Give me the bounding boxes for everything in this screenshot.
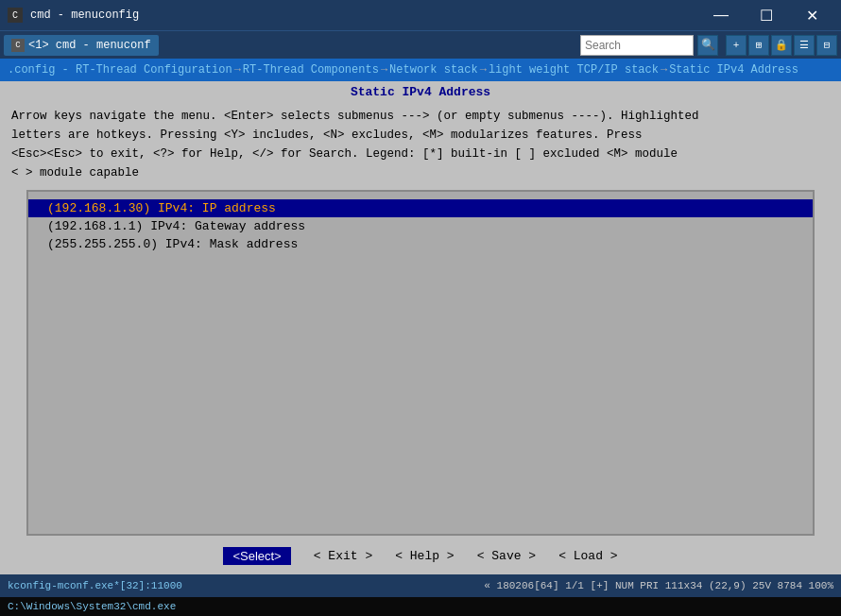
tab-label: <1> cmd - menuconf [28, 39, 151, 52]
breadcrumb-part4: Static IPv4 Address [669, 63, 798, 77]
maximize-button[interactable]: ☐ [745, 0, 788, 30]
breadcrumb-part1: RT-Thread Components [243, 63, 379, 77]
gateway-label: (192.168.1.1) IPv4: Gateway address [47, 219, 305, 233]
menu-item-mask[interactable]: (255.255.255.0) IPv4: Mask address [28, 235, 813, 253]
breadcrumb-sep4: → [661, 63, 667, 77]
window-controls: — ☐ ✕ [699, 0, 833, 30]
save-nav[interactable]: < Save > [477, 549, 536, 563]
title-bar: C cmd - menuconfig — ☐ ✕ [0, 0, 841, 30]
menu-bar: C <1> cmd - menuconf 🔍 + ⊞ 🔒 ☰ ⊟ [0, 30, 841, 59]
cmd-path: C:\Windows\System32\cmd.exe [8, 601, 176, 612]
search-input[interactable] [580, 35, 694, 56]
process-info: kconfig-mconf.exe*[32]:11000 [8, 580, 182, 591]
tab-icon: C [11, 39, 25, 52]
tab-cmd[interactable]: C <1> cmd - menuconf [4, 35, 159, 56]
search-bar: 🔍 + ⊞ 🔒 ☰ ⊟ [580, 35, 837, 56]
breadcrumb-sep2: → [381, 63, 387, 77]
breadcrumb-root: .config - RT-Thread Configuration [8, 63, 232, 77]
menu-item-gateway[interactable]: (192.168.1.1) IPv4: Gateway address [28, 217, 813, 235]
load-nav[interactable]: < Load > [558, 549, 617, 563]
breadcrumb-part3: light weight TCP/IP stack [489, 63, 659, 77]
position-info: « 180206[64] 1/1 [+] NUM PRI 111x34 (22,… [484, 580, 833, 591]
grid-icon[interactable]: ⊞ [748, 35, 769, 56]
ip-label: IPv4: IP address [150, 201, 276, 215]
page-title: Static IPv4 Address [0, 81, 841, 101]
add-icon[interactable]: + [726, 35, 747, 56]
info-section: Arrow keys navigate the menu. <Enter> se… [0, 101, 841, 186]
lock-icon[interactable]: 🔒 [771, 35, 792, 56]
terminal-area: Static IPv4 Address Arrow keys navigate … [0, 81, 841, 574]
bottom-buttons: <Select> < Exit > < Help > < Save > < Lo… [0, 539, 841, 574]
mask-label: (255.255.255.0) IPv4: Mask address [47, 237, 298, 251]
ip-value: (192.168.1.30) [47, 201, 150, 215]
cmd-bar: C:\Windows\System32\cmd.exe [0, 597, 841, 616]
breadcrumb-part2: Network stack [389, 63, 478, 77]
status-bar: kconfig-mconf.exe*[32]:11000 « 180206[64… [0, 574, 841, 597]
help-nav[interactable]: < Help > [395, 549, 454, 563]
select-button[interactable]: <Select> [223, 547, 290, 565]
breadcrumb-sep1: → [234, 63, 241, 77]
toolbar-icons: + ⊞ 🔒 ☰ ⊟ [726, 35, 837, 56]
info-line1: Arrow keys navigate the menu. <Enter> se… [11, 107, 830, 126]
title-bar-text: cmd - menuconfig [30, 9, 139, 22]
menu-icon[interactable]: ☰ [794, 35, 815, 56]
menu-item-ip-address[interactable]: (192.168.1.30) IPv4: IP address [28, 199, 813, 217]
menu-box: (192.168.1.30) IPv4: IP address (192.168… [26, 190, 815, 536]
app-icon: C [8, 8, 23, 23]
collapse-icon[interactable]: ⊟ [816, 35, 837, 56]
breadcrumb-sep3: → [480, 63, 487, 77]
close-button[interactable]: ✕ [790, 0, 833, 30]
search-button[interactable]: 🔍 [697, 35, 718, 56]
info-line2: letters are hotkeys. Pressing <Y> includ… [11, 126, 830, 145]
info-line4: < > module capable [11, 163, 830, 182]
breadcrumb-bar: .config - RT-Thread Configuration → RT-T… [0, 59, 841, 81]
info-line3: <Esc><Esc> to exit, <?> for Help, </> fo… [11, 145, 830, 163]
exit-nav[interactable]: < Exit > [314, 549, 372, 563]
minimize-button[interactable]: — [699, 0, 743, 30]
